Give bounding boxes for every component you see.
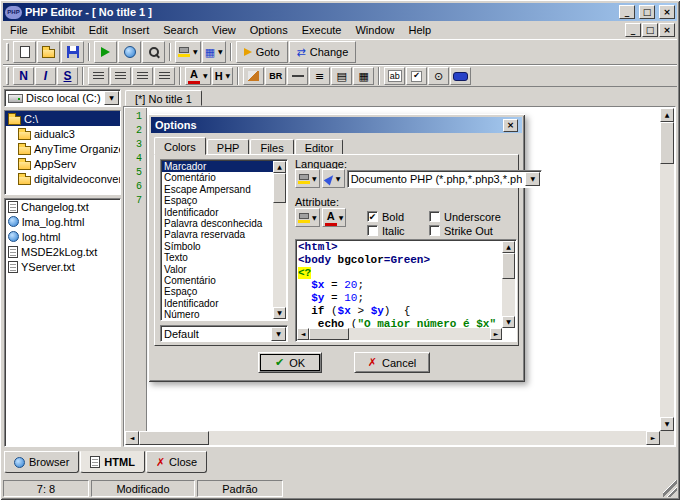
italic-checkbox[interactable]: Italic <box>367 224 405 237</box>
insert-textfield-button[interactable]: ab <box>384 67 405 85</box>
file-item[interactable]: log.html <box>5 229 120 244</box>
file-item[interactable]: MSDE2kLog.txt <box>5 244 120 259</box>
align-left-button[interactable] <box>88 67 109 85</box>
tab-files[interactable]: Files <box>250 139 293 155</box>
scrollbar-thumb[interactable] <box>139 431 209 445</box>
file-item[interactable]: Changelog.txt <box>5 199 120 214</box>
folder-item-root[interactable]: C:\ <box>5 111 120 126</box>
toolbar-grip[interactable] <box>6 67 9 85</box>
menu-file[interactable]: File <box>3 23 35 37</box>
list-item[interactable]: Espaço <box>162 195 273 206</box>
list-button[interactable]: ≡ <box>309 67 330 85</box>
list-item[interactable]: Comentário <box>162 275 273 286</box>
find-button[interactable] <box>142 41 165 63</box>
align-center-button[interactable] <box>110 67 131 85</box>
folder-item[interactable]: AppServ <box>5 156 120 171</box>
menu-options[interactable]: Options <box>243 23 295 37</box>
list-scrollbar[interactable]: ▲ ▼ <box>273 161 286 319</box>
tab-colors[interactable]: Colors <box>154 137 206 155</box>
drive-selector[interactable]: Disco local (C:) ▼ <box>4 89 121 107</box>
mdi-close-button[interactable]: × <box>659 23 675 37</box>
dialog-title-bar[interactable]: Options × <box>151 117 522 133</box>
editor-vertical-scrollbar[interactable]: ▲ ▼ <box>660 108 674 431</box>
tab-browser[interactable]: Browser <box>4 451 79 473</box>
list-item[interactable]: Comentário <box>162 172 273 183</box>
list-item[interactable]: Palavra reservada <box>162 229 273 240</box>
heading-dropdown-button[interactable]: H ▼ <box>212 67 234 85</box>
scroll-track[interactable] <box>273 203 286 307</box>
style-preset-combo[interactable]: Default ▼ <box>160 325 288 342</box>
horizontal-rule-button[interactable] <box>287 67 308 85</box>
scrollbar-thumb[interactable] <box>273 173 286 203</box>
list-item[interactable]: Palavra desconhecida <box>162 218 273 229</box>
ok-button[interactable]: ✔ OK <box>258 352 322 373</box>
grid-button[interactable]: ▦ <box>353 67 374 85</box>
scroll-track[interactable] <box>209 431 646 445</box>
scroll-down-button[interactable]: ▼ <box>502 316 515 328</box>
language-combo[interactable]: Documento PHP (*.php,*.php3,*.ph ▼ <box>347 170 543 188</box>
menu-exhibit[interactable]: Exhibit <box>35 23 82 37</box>
drive-dropdown-arrow[interactable]: ▼ <box>104 91 119 105</box>
menu-view[interactable]: View <box>205 23 243 37</box>
fill-color-dropdown-button[interactable]: ▼ <box>175 41 201 63</box>
menu-search[interactable]: Search <box>156 23 205 37</box>
highlight-button[interactable] <box>243 67 264 85</box>
tab-no-title-1[interactable]: [*] No title 1 <box>125 90 202 106</box>
title-bar[interactable]: PHP PHP Editor - [ No title 1 ] _ □ × <box>3 3 677 21</box>
toolbar-grip[interactable] <box>6 43 9 61</box>
line-break-button[interactable]: BR <box>265 67 286 85</box>
change-button[interactable]: ⇄ Change <box>289 41 357 63</box>
list-item[interactable]: Identificador <box>162 298 273 309</box>
folder-item[interactable]: digitalvideoconver <box>5 171 120 186</box>
menu-execute[interactable]: Execute <box>295 23 349 37</box>
list-item[interactable]: Símbolo <box>162 241 273 252</box>
tab-editor[interactable]: Editor <box>295 139 344 155</box>
scrollbar-thumb[interactable] <box>502 253 515 279</box>
open-file-button[interactable] <box>37 41 60 63</box>
minimize-button[interactable]: _ <box>619 5 635 19</box>
menu-window[interactable]: Window <box>348 23 401 37</box>
list-item[interactable]: Escape Ampersand <box>162 184 273 195</box>
browser-preview-button[interactable] <box>118 41 141 63</box>
list-item[interactable]: Espaço <box>162 286 273 297</box>
scroll-up-button[interactable]: ▲ <box>660 108 674 122</box>
attribute-bg-color-dropdown[interactable]: ▼ <box>295 208 320 227</box>
preview-vertical-scrollbar[interactable]: ▲ ▼ <box>502 241 515 328</box>
dialog-close-button[interactable]: × <box>503 119 518 132</box>
bold-button[interactable]: N <box>13 67 34 85</box>
goto-button[interactable]: Goto <box>236 41 288 63</box>
scrollbar-thumb[interactable] <box>660 122 674 164</box>
menu-help[interactable]: Help <box>402 23 439 37</box>
strikeout-checkbox[interactable]: Strike Out <box>429 224 493 237</box>
scroll-track[interactable] <box>502 279 515 316</box>
insert-radio-button[interactable]: ⊙ <box>428 67 449 85</box>
run-button[interactable] <box>94 41 117 63</box>
chevron-down-icon[interactable]: ▼ <box>271 327 286 341</box>
italic-button[interactable]: I <box>35 67 56 85</box>
list-item[interactable]: Valor <box>162 264 273 275</box>
scroll-track[interactable] <box>660 164 674 417</box>
tab-close[interactable]: ✗ Close <box>146 451 207 473</box>
attribute-font-color-dropdown[interactable]: A ▼ <box>322 208 347 227</box>
scrollbar-thumb[interactable] <box>309 328 349 340</box>
chevron-down-icon[interactable]: ▼ <box>525 172 540 186</box>
editor-horizontal-scrollbar[interactable]: ◄ ► <box>125 431 660 445</box>
underline-button[interactable]: S <box>57 67 78 85</box>
scroll-up-button[interactable]: ▲ <box>273 161 286 173</box>
insert-button-button[interactable] <box>450 67 471 85</box>
scroll-right-button[interactable]: ► <box>490 328 502 340</box>
align-justify-button[interactable] <box>154 67 175 85</box>
font-color-dropdown-button[interactable]: A ▼ <box>185 67 211 85</box>
file-item[interactable]: YServer.txt <box>5 259 120 274</box>
save-button[interactable] <box>61 41 84 63</box>
folder-item[interactable]: aidualc3 <box>5 126 120 141</box>
tab-php[interactable]: PHP <box>207 139 250 155</box>
mdi-minimize-button[interactable]: _ <box>625 23 641 37</box>
language-pen-color-dropdown[interactable]: ▼ <box>322 169 345 188</box>
underscore-checkbox[interactable]: Underscore <box>429 210 501 223</box>
bold-checkbox[interactable]: ✔ Bold <box>367 210 404 223</box>
menu-insert[interactable]: Insert <box>115 23 157 37</box>
align-right-button[interactable] <box>132 67 153 85</box>
new-file-button[interactable] <box>13 41 36 63</box>
insert-table-dropdown-button[interactable]: ▦ ▼ <box>202 41 226 63</box>
